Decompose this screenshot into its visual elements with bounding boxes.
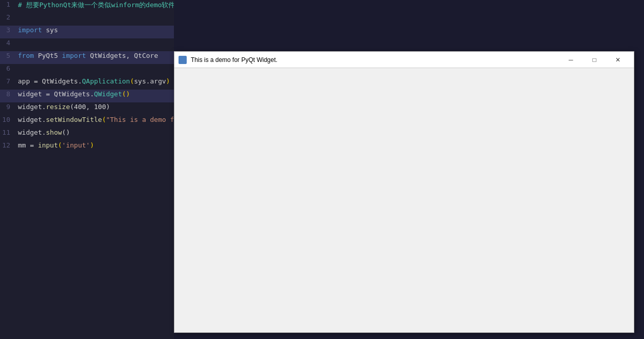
code-line: 12mm = input('input')	[0, 141, 174, 154]
line-number: 6	[0, 65, 15, 72]
line-content: import sys	[15, 26, 174, 34]
line-content: mm = input('input')	[15, 141, 174, 149]
qt-widget-window: This is a demo for PyQt Widget. ─ □ ✕	[174, 51, 634, 333]
line-number: 5	[0, 52, 15, 59]
code-line: 1# 想要PythonQt来做一个类似winform的demo软件	[0, 0, 174, 13]
code-line: 2	[0, 13, 174, 26]
line-content: app = QtWidgets.QApplication(sys.argv)	[15, 77, 174, 85]
maximize-button[interactable]: □	[583, 52, 606, 68]
code-line: 11widget.show()	[0, 128, 174, 141]
code-editor: 1# 想要PythonQt来做一个类似winform的demo软件23impor…	[0, 0, 174, 339]
line-number: 12	[0, 141, 15, 149]
qt-titlebar: This is a demo for PyQt Widget. ─ □ ✕	[174, 52, 634, 68]
code-line: 4	[0, 38, 174, 51]
close-button[interactable]: ✕	[606, 52, 630, 68]
line-number: 1	[0, 1, 15, 8]
code-line: 8widget = QtWidgets.QWidget()	[0, 90, 174, 102]
minimize-button[interactable]: ─	[559, 52, 583, 68]
line-content: widget.setWindowTitle("This is a demo f	[15, 116, 174, 123]
code-line: 7app = QtWidgets.QApplication(sys.argv)	[0, 77, 174, 90]
qt-window-title: This is a demo for PyQt Widget.	[191, 56, 559, 63]
code-line: 3import sys	[0, 26, 174, 38]
code-line: 9widget.resize(400, 100)	[0, 102, 174, 115]
code-line: 6	[0, 64, 174, 77]
line-content: widget.show()	[15, 129, 174, 136]
line-content: # 想要PythonQt来做一个类似winform的demo软件	[15, 1, 174, 10]
code-line: 10widget.setWindowTitle("This is a demo …	[0, 115, 174, 128]
line-number: 4	[0, 39, 15, 47]
line-content: from PyQt5 import QtWidgets, QtCore	[15, 52, 174, 59]
line-number: 9	[0, 103, 15, 111]
qt-window-controls: ─ □ ✕	[559, 52, 630, 68]
line-content: widget.resize(400, 100)	[15, 103, 174, 111]
qt-window-icon	[179, 56, 187, 64]
line-content: widget = QtWidgets.QWidget()	[15, 90, 174, 98]
line-number: 3	[0, 26, 15, 34]
line-number: 2	[0, 13, 15, 21]
line-number: 11	[0, 129, 15, 136]
code-line: 5from PyQt5 import QtWidgets, QtCore	[0, 51, 174, 64]
line-number: 10	[0, 116, 15, 123]
line-number: 8	[0, 90, 15, 98]
qt-content-area	[174, 68, 634, 332]
line-number: 7	[0, 77, 15, 85]
